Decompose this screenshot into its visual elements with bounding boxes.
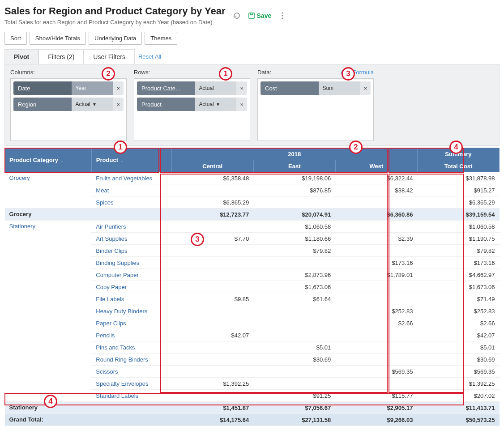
product-cell: Meat <box>91 184 171 196</box>
product-cell: Paper Clips <box>91 317 171 329</box>
data-bucket: Data:Add Formula CostSum× <box>257 69 374 141</box>
callout-marker-3b: 3 <box>191 233 204 246</box>
table-row: Grand Total:$14,175.64$27,131.58$9,266.0… <box>5 414 500 426</box>
underlying-button[interactable]: Underlying Data <box>89 32 142 45</box>
product-cell: Pencils <box>91 329 171 341</box>
columns-well[interactable]: DateYear× RegionActual▾× <box>10 78 127 141</box>
th-east[interactable]: East <box>253 160 335 172</box>
th-central[interactable]: Central <box>171 160 253 172</box>
page-subtitle: Total Sales for each Region and Product … <box>4 19 226 26</box>
sort-down-icon: ↓ <box>61 158 63 163</box>
svg-point-1 <box>282 12 283 13</box>
product-cell: Standard Labels <box>91 390 171 402</box>
reset-all-link[interactable]: Reset All <box>138 53 161 60</box>
rows-bucket: Rows: Product Cate...Actual× ProductActu… <box>134 69 250 141</box>
totals-button[interactable]: Show/Hide Totals <box>30 32 86 45</box>
product-cell: Scissors <box>91 366 171 378</box>
product-cell: Heavy Duty Binders <box>91 305 171 317</box>
tab-filters[interactable]: Filters (2) <box>38 49 84 64</box>
sort-down-icon: ↓ <box>121 158 123 163</box>
product-cell: Art Supplies <box>91 233 171 245</box>
callout-marker-1: 1 <box>219 67 232 81</box>
product-cell: Round Ring Binders <box>91 354 171 366</box>
pivot-config-pane: Columns: DateYear× RegionActual▾× Rows: … <box>4 64 500 146</box>
product-cell: Pins and Tacks <box>91 341 171 354</box>
callout-marker-3: 3 <box>342 67 355 81</box>
th-total-cost[interactable]: Total Cost <box>417 160 499 172</box>
save-label: Save <box>257 12 272 19</box>
product-cell: Spices <box>91 196 171 209</box>
svg-point-2 <box>282 15 283 16</box>
product-cell: Computer Paper <box>91 269 171 281</box>
table-row: StationeryAir Purifiers$1,060.58$1,060.5… <box>5 221 500 233</box>
row-pill-product[interactable]: ProductActual▾× <box>137 98 247 111</box>
th-year[interactable]: 2018 <box>171 148 417 160</box>
product-cell: Binder Clips <box>91 245 171 257</box>
close-icon[interactable]: × <box>236 101 247 108</box>
table-row: Stationery$1,451.87$7,056.67$2,905.17$11… <box>5 402 500 414</box>
product-cell: File Labels <box>91 293 171 305</box>
toolbar: Sort Show/Hide Totals Underlying Data Th… <box>4 32 500 45</box>
grand-total-label: Grand Total: <box>5 414 172 426</box>
rows-well[interactable]: Product Cate...Actual× ProductActual▾× <box>134 78 250 141</box>
pivot-table: Product Category↓ Product↓ 2018 Summary … <box>4 148 500 426</box>
tab-pivot[interactable]: Pivot <box>4 49 38 64</box>
th-west[interactable]: West <box>335 160 417 172</box>
chevron-down-icon: ▾ <box>217 101 219 107</box>
refresh-icon[interactable] <box>232 11 242 21</box>
product-cell: Air Purifiers <box>91 221 171 233</box>
row-pill-category[interactable]: Product Cate...Actual× <box>137 81 247 95</box>
data-well[interactable]: CostSum× <box>257 78 374 141</box>
close-icon[interactable]: × <box>236 85 247 92</box>
data-pill-cost[interactable]: CostSum× <box>261 81 371 95</box>
product-cell: Copy Paper <box>91 281 171 293</box>
svg-point-3 <box>282 17 283 19</box>
sort-button[interactable]: Sort <box>4 32 27 45</box>
th-product[interactable]: Product↓ <box>91 148 171 172</box>
subtotal-label: Grocery <box>5 209 92 221</box>
data-label: Data: <box>257 69 271 76</box>
more-icon[interactable] <box>278 11 287 21</box>
column-pill-region[interactable]: RegionActual▾× <box>13 98 124 111</box>
callout-marker-4: 4 <box>449 141 463 154</box>
column-pill-date[interactable]: DateYear× <box>13 81 124 95</box>
product-cell: Specialty Envelopes <box>91 378 171 390</box>
callout-marker-2b: 2 <box>349 141 363 154</box>
svg-rect-0 <box>249 13 254 18</box>
table-row: GroceryFruits and Vegetables$6,358.48$19… <box>5 172 500 184</box>
category-cell: Grocery <box>5 172 92 209</box>
close-icon[interactable]: × <box>113 101 124 108</box>
callout-marker-4b: 4 <box>44 395 57 408</box>
callout-marker-1b: 1 <box>114 141 127 154</box>
save-button[interactable]: Save <box>248 12 272 19</box>
chevron-down-icon: ▾ <box>93 101 96 107</box>
close-icon[interactable]: × <box>360 85 371 92</box>
close-icon[interactable]: × <box>113 85 124 92</box>
product-cell: Binding Supplies <box>91 257 171 269</box>
category-cell: Stationery <box>5 221 92 402</box>
config-tabs: Pivot Filters (2) User Filters Reset All <box>4 49 500 64</box>
th-product-category[interactable]: Product Category↓ <box>5 148 92 172</box>
callout-marker-2: 2 <box>102 67 115 81</box>
tab-user-filters[interactable]: User Filters <box>84 49 135 64</box>
table-row: Grocery$12,723.77$20,074.91$6,360.86$39,… <box>5 209 500 221</box>
rows-label: Rows: <box>134 69 250 76</box>
page-title: Sales for Region and Product Category by… <box>4 5 226 17</box>
product-cell: Fruits and Vegetables <box>91 172 171 184</box>
themes-button[interactable]: Themes <box>145 32 177 45</box>
